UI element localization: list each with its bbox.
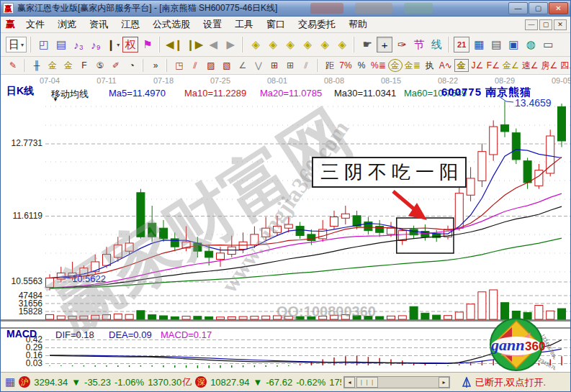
wave-3-icon[interactable]: ♪₃ <box>71 37 86 53</box>
gann-diamond-shrink-icon[interactable]: ◈ <box>300 37 315 53</box>
scroll-left-button[interactable]: ◂ <box>344 377 355 388</box>
speed-angle-icon[interactable]: 速∠ <box>521 59 539 72</box>
dropdown-caret-icon: ▾ <box>21 42 24 48</box>
menu-item-1[interactable]: 文件 <box>19 17 51 32</box>
macd-value-label: MACD=0.17 <box>161 329 212 340</box>
box-rays-icon[interactable]: ▨ <box>204 59 218 72</box>
grid-tool-icon[interactable]: ⊞ <box>267 59 282 72</box>
window-title: 赢家江恩专业版[赢家内部服务平台] - [南京熊猫 SH600775-46日K线… <box>17 2 277 14</box>
percent-icon[interactable]: % <box>354 59 369 72</box>
angle-line-icon[interactable]: ∠ <box>235 59 250 72</box>
menu-item-2[interactable]: 浏览 <box>51 17 83 32</box>
notepad-icon[interactable]: ▤ <box>488 37 504 53</box>
v-line-icon[interactable]: ⋁ <box>251 59 266 72</box>
menu-item-10[interactable]: 帮助 <box>342 17 374 32</box>
ruler-icon[interactable]: 距 <box>323 59 337 72</box>
calendar-icon[interactable]: 21 <box>454 37 469 53</box>
menu-item-8[interactable]: 窗口 <box>260 17 292 32</box>
status-scrollbar[interactable]: ◂ ❘❘❘ ▸ <box>343 376 450 388</box>
gold-circle-icon[interactable]: 金 <box>388 59 403 72</box>
gold-fence2-icon[interactable]: 金 <box>61 59 76 72</box>
gold-fence-icon[interactable]: 金 <box>45 59 60 72</box>
gold-angle-icon[interactable]: 金∠ <box>502 59 520 72</box>
scroll-thumb[interactable]: ❘❘❘ <box>356 377 378 388</box>
four-angle-icon[interactable]: 四∠ <box>559 59 571 72</box>
menu-item-6[interactable]: 设置 <box>197 17 228 32</box>
j-angle-icon[interactable]: J∠ <box>470 59 485 72</box>
calculator-icon[interactable]: ▦ <box>471 37 487 53</box>
gold-box-icon[interactable]: 金 <box>454 59 469 72</box>
menu-item-3[interactable]: 资讯 <box>83 17 114 32</box>
minimize-button[interactable]: — <box>508 2 528 14</box>
maximize-button[interactable]: ▢ <box>529 2 548 14</box>
sh-amount-unit: 亿 <box>182 375 192 388</box>
network-icon[interactable]: ◍ <box>523 37 539 53</box>
fuquan-icon[interactable]: 权 <box>122 37 138 53</box>
toolbar-group: 距7%%%≣金金≣执A∿金J∠F∠金∠速∠房∠四∠ <box>317 59 571 72</box>
jie-tool-icon[interactable]: 节 <box>411 37 427 53</box>
five-fence-icon[interactable]: ⑤ <box>93 59 107 72</box>
more-tools-chevron[interactable]: » <box>148 59 163 72</box>
date-tick-label: 07-11 <box>94 76 120 85</box>
fence-grid-icon[interactable]: ╫ <box>30 59 44 72</box>
gann-diamond-updown-icon[interactable]: ◈ <box>334 37 350 53</box>
hatch-tool-icon[interactable]: ⫽ <box>299 59 313 72</box>
cycle-clock-icon[interactable]: ◔ <box>125 59 139 72</box>
svg-text:2345678901: 2345678901 <box>538 357 555 372</box>
line-tool-icon[interactable]: 线 <box>428 37 444 53</box>
rays-tool-icon[interactable]: ⫽ <box>188 59 202 72</box>
gann-diamond-right-icon[interactable]: ◈ <box>265 37 281 53</box>
tangent-tool-icon[interactable]: ✑ <box>394 37 410 53</box>
save-icon[interactable]: ▣ <box>505 37 521 53</box>
square-rays-icon[interactable]: ▧ <box>220 59 234 72</box>
candle-style-selector[interactable]: ❙▾ <box>105 37 121 53</box>
mdi-minimize-button[interactable]: — <box>525 19 538 30</box>
next-page-icon[interactable]: ▶ <box>222 37 238 53</box>
axis-tick-label: 15828 <box>1 306 42 316</box>
quote-table-icon[interactable]: ▦ <box>5 375 15 388</box>
gann-diamond-left-icon[interactable]: ◈ <box>248 37 264 53</box>
period-day-selector[interactable]: 日▾ <box>6 37 27 53</box>
fang-angle-icon[interactable]: 房∠ <box>540 59 558 72</box>
menu-item-7[interactable]: 工具 <box>228 17 260 32</box>
date-tick-label: 07-25 <box>207 76 233 85</box>
percent-lines-icon[interactable]: %≣ <box>370 59 387 72</box>
mdi-restore-button[interactable]: ▢ <box>539 19 552 30</box>
sz-amount-value: 1759.5 <box>329 377 341 388</box>
candles-layer <box>46 101 566 291</box>
menu-item-4[interactable]: 江恩 <box>114 17 146 32</box>
zhi-tool-icon[interactable]: 执 <box>423 59 437 72</box>
gann-diamond-star-icon[interactable]: ◈ <box>317 37 333 53</box>
title-bar: 赢 赢家江恩专业版[赢家内部服务平台] - [南京熊猫 SH600775-46日… <box>1 1 570 17</box>
gold-lines-icon[interactable]: 金≣ <box>404 59 421 72</box>
wave-9-icon[interactable]: ♪₉ <box>88 37 104 53</box>
last-page-icon[interactable]: ❙▶ <box>185 37 204 53</box>
menu-item-5[interactable]: 公式选股 <box>146 17 197 32</box>
color-chart-icon[interactable]: ⚑ <box>140 37 156 53</box>
scroll-right-button[interactable]: ▸ <box>439 377 449 388</box>
prev-page-icon[interactable]: ◀ <box>205 37 221 53</box>
close-button[interactable]: ✕ <box>549 2 568 14</box>
f-angle-icon[interactable]: F∠ <box>486 59 500 72</box>
pen-fence-icon[interactable]: ✐ <box>109 59 123 72</box>
mdi-close-button[interactable]: ✕ <box>554 19 567 30</box>
gann-diamond-expand-icon[interactable]: ◈ <box>282 37 298 53</box>
app-logo-icon: 赢 <box>3 3 14 14</box>
toolbar-group: ✎ <box>4 59 21 72</box>
first-page-icon[interactable]: ◀❙ <box>165 37 184 53</box>
print-icon[interactable]: ▭ <box>540 37 556 53</box>
disconnect-status-text[interactable]: 已断开,双点打开. <box>475 376 546 389</box>
hand-tool-icon[interactable]: ☛ <box>359 37 375 53</box>
brush-tool-icon[interactable]: ✎ <box>6 59 20 72</box>
crosshair-tool-icon[interactable]: + <box>377 37 392 53</box>
chart-switch-icon[interactable]: ◰ <box>36 37 52 53</box>
menu-logo-icon: 赢 <box>6 18 15 31</box>
f-fence-icon[interactable]: F <box>77 59 91 72</box>
wave-a-icon[interactable]: A∿ <box>439 59 453 72</box>
index-quotes: ▦ 沪 3294.34 ▼ -35.23 -1.06% 1370.30 亿 深 … <box>1 375 341 388</box>
box-tool-icon[interactable]: ◳ <box>172 59 186 72</box>
info-panel-icon[interactable]: ▤ <box>53 37 69 53</box>
grid2-tool-icon[interactable]: ⊞ <box>283 59 297 72</box>
menu-item-9[interactable]: 交易委托 <box>292 17 342 32</box>
percent7-icon[interactable]: 7% <box>338 59 353 72</box>
